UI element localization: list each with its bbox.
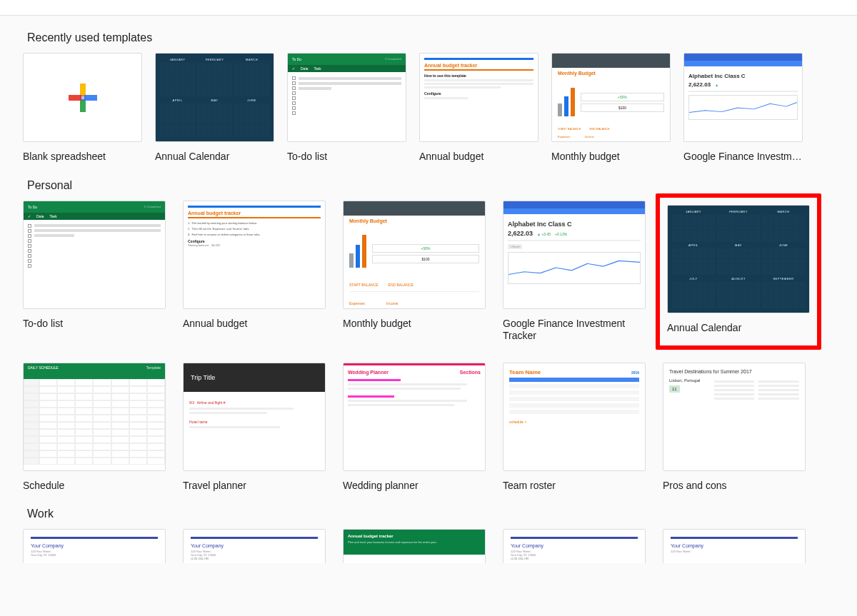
template-label: Annual Calendar [155, 151, 274, 163]
template-team-roster[interactable]: Team Name 2016 schedule > Team roster [503, 363, 646, 493]
template-wedding-planner[interactable]: Wedding Planner Sections Wedding planner [343, 363, 486, 493]
template-label: Team roster [503, 480, 646, 493]
template-monthly-budget[interactable]: Monthly Budget +50% $100 START BALANCEEN… [551, 53, 671, 163]
personal-templates-row-1: To Do0 Completed ✓DateTask To [23, 201, 834, 343]
template-google-finance[interactable]: Alphabet Inc Class C 2,622.03 ▲ +3.45 +0… [503, 201, 646, 343]
template-google-finance[interactable]: Alphabet Inc Class C 2,622.03 ▲ [683, 53, 803, 163]
svg-rect-1 [80, 99, 86, 112]
plus-icon [24, 54, 141, 141]
template-label: Monthly budget [343, 318, 486, 330]
template-work-green-budget[interactable]: Annual budget tracker Plan and track you… [343, 529, 486, 563]
template-travel-planner[interactable]: Trip Title 9/3 Airline and flight # Hote… [183, 363, 326, 493]
svg-rect-0 [80, 84, 86, 96]
template-annual-budget[interactable]: Annual budget tracker 1. Get started by … [183, 201, 326, 343]
template-work-company-4[interactable]: Your Company 123 Your Street [663, 529, 806, 563]
template-annual-calendar[interactable]: JANUARY FEBRUARY MARCH APRIL MAY JUNE An… [155, 53, 274, 163]
template-label: Travel planner [183, 480, 326, 493]
template-schedule[interactable]: DAILY SCHEDULE Template Schedule [23, 363, 166, 493]
template-label: To-do list [287, 151, 406, 163]
template-work-company-1[interactable]: Your Company 123 Your StreetYour City, S… [23, 529, 166, 563]
section-title-work: Work [27, 508, 834, 520]
work-templates-row: Your Company 123 Your StreetYour City, S… [23, 529, 834, 563]
template-annual-calendar-highlighted[interactable]: JANUARY FEBRUARY MARCH APRIL MAY JUNE JU… [656, 193, 821, 350]
recent-templates-row: Blank spreadsheet JANUARY FEBRUARY MARCH… [23, 53, 834, 163]
template-label: Annual budget [183, 318, 326, 330]
template-label: Monthly budget [551, 151, 671, 163]
template-label: Pros and cons [663, 480, 806, 493]
template-label: Schedule [23, 480, 166, 493]
svg-rect-3 [84, 95, 97, 101]
template-label: Google Finance Investment Tracker [683, 151, 803, 163]
template-label: Google Finance Investment Tracker [503, 318, 646, 343]
template-label: To-do list [23, 318, 166, 330]
template-work-company-2[interactable]: Your Company 123 Your StreetYour City, S… [183, 529, 326, 563]
section-title-recent: Recently used templates [27, 31, 834, 44]
template-blank-spreadsheet[interactable]: Blank spreadsheet [23, 53, 142, 163]
svg-rect-2 [69, 95, 81, 101]
template-label: Annual budget [419, 151, 538, 163]
template-annual-budget[interactable]: Annual budget tracker How to use this te… [419, 53, 538, 163]
section-title-personal: Personal [27, 179, 834, 192]
template-label: Blank spreadsheet [23, 151, 142, 163]
template-label: Wedding planner [343, 480, 486, 493]
template-monthly-budget[interactable]: Monthly Budget +50% $100 START BALANCEEN… [343, 201, 486, 343]
template-todo-list[interactable]: To Do0 Completed ✓DateTask To [23, 201, 166, 343]
template-work-company-3[interactable]: Your Company 123 Your StreetYour City, S… [503, 529, 646, 563]
svg-rect-4 [80, 95, 86, 101]
template-todo-list[interactable]: To Do0 Completed ✓DateTask To-do list [287, 53, 406, 163]
template-pros-cons[interactable]: Travel Destinations for Summer 2017 Lisb… [663, 363, 806, 493]
personal-templates-row-2: DAILY SCHEDULE Template Schedule Trip Ti… [23, 363, 834, 493]
template-label: Annual Calendar [667, 322, 810, 335]
